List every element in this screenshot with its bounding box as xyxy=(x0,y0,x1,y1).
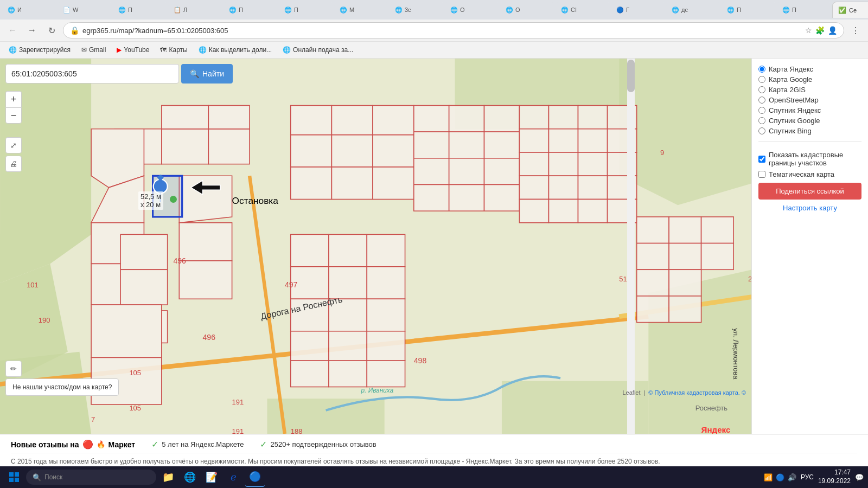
map-type-yandex[interactable]: Карта Яндекс xyxy=(758,65,861,73)
bookmark-gmail[interactable]: ✉ Gmail xyxy=(77,44,110,56)
pencil-button[interactable]: ✏ xyxy=(5,361,22,377)
taskbar-language[interactable]: РУС xyxy=(801,473,814,481)
radio-satellite-yandex[interactable] xyxy=(758,107,765,114)
tab-14[interactable]: 🌐 П xyxy=(722,2,776,18)
reload-button[interactable]: ↻ xyxy=(43,22,60,38)
tab-9[interactable]: 🌐 О xyxy=(445,2,499,18)
radio-osm[interactable] xyxy=(758,97,765,104)
svg-rect-72 xyxy=(367,361,405,387)
svg-rect-28 xyxy=(484,106,520,132)
bookmark-maps[interactable]: 🗺 Карты xyxy=(156,44,192,56)
start-button[interactable] xyxy=(4,467,24,487)
bookmark-star-icon[interactable]: ☆ xyxy=(805,26,812,35)
map-search-button[interactable]: 🔍 Найти xyxy=(181,64,233,84)
volume-icon[interactable]: 🔊 xyxy=(788,473,796,481)
radio-satellite-google[interactable] xyxy=(758,117,765,124)
tab-8[interactable]: 🌐 3с xyxy=(390,2,444,18)
svg-point-120 xyxy=(170,196,177,203)
fullscreen-button[interactable]: ⤢ xyxy=(5,137,22,153)
extensions-icon[interactable]: 🧩 xyxy=(815,26,825,35)
notification-icon[interactable]: 💬 xyxy=(855,473,864,481)
share-button[interactable]: Поделиться ссылкой xyxy=(758,183,861,200)
pencil-tool: ✏ xyxy=(5,361,22,377)
svg-rect-20 xyxy=(291,167,332,199)
tab-15[interactable]: 🌐 П xyxy=(777,2,831,18)
wifi-icon[interactable]: 📶 xyxy=(764,473,773,481)
radio-yandex[interactable] xyxy=(758,66,765,73)
svg-rect-18 xyxy=(331,135,373,167)
taskbar-word[interactable]: 📝 xyxy=(202,467,221,487)
svg-rect-32 xyxy=(414,158,449,185)
bookmark-how-to[interactable]: 🌐 Как выделить доли... xyxy=(194,44,276,56)
taskbar-file-explorer[interactable]: 📁 xyxy=(158,467,178,487)
right-panel: Карта Яндекс Карта Google Карта 2GIS Ope… xyxy=(751,59,868,434)
tab-4[interactable]: 📋 Л xyxy=(168,2,222,18)
reviews-body-text: С 2015 года мы помогаем быстро и удобно … xyxy=(11,458,660,465)
tab-1[interactable]: 🌐 И xyxy=(2,2,56,18)
taskbar-chrome[interactable]: 🔵 xyxy=(245,467,265,487)
pipe-separator: | xyxy=(644,389,646,396)
tab-5[interactable]: 🌐 П xyxy=(224,2,278,18)
map-type-2gis[interactable]: Карта 2GIS xyxy=(758,86,861,94)
cadastre-link[interactable]: © Публичная кадастровая карта. © xyxy=(648,389,746,396)
bluetooth-icon[interactable]: 🔵 xyxy=(776,473,784,481)
map-area[interactable]: 496 496 497 498 101 190 105 105 191 191 … xyxy=(0,59,751,434)
market-name: Маркет xyxy=(108,440,136,449)
scrollbar[interactable] xyxy=(627,59,635,434)
checkbox-thematic[interactable]: Тематическая карта xyxy=(758,170,861,178)
bookmark-online[interactable]: 🌐 Онлайн подача за... xyxy=(278,44,358,56)
taskbar-time-display[interactable]: 17:47 19.09.2022 xyxy=(818,468,851,485)
svg-rect-42 xyxy=(519,129,548,152)
tab-2[interactable]: 📄 W xyxy=(58,2,112,18)
forward-button[interactable]: → xyxy=(24,22,40,38)
tab-13[interactable]: 🌐 дс xyxy=(666,2,720,18)
svg-rect-33 xyxy=(449,158,484,185)
taskbar-search[interactable]: 🔍 Поиск xyxy=(26,470,156,485)
svg-rect-26 xyxy=(414,106,449,132)
taskbar-edge[interactable]: 🌐 xyxy=(180,467,200,487)
menu-button[interactable]: ⋮ xyxy=(847,22,864,38)
map-type-google[interactable]: Карта Google xyxy=(758,75,861,84)
checkbox-cadastre-input[interactable] xyxy=(758,156,765,163)
map-type-satellite-yandex[interactable]: Спутник Яндекс xyxy=(758,106,861,114)
svg-text:191: 191 xyxy=(232,398,244,406)
checkbox-cadastre[interactable]: Показать кадастровые границы участков xyxy=(758,151,861,167)
reviews-body: С 2015 года мы помогаем быстро и удобно … xyxy=(11,453,857,465)
tab-11[interactable]: 🌐 CI xyxy=(556,2,610,18)
radio-satellite-bing[interactable] xyxy=(758,127,765,134)
svg-rect-73 xyxy=(637,217,669,243)
map-type-satellite-google[interactable]: Спутник Google xyxy=(758,117,861,125)
scroll-thumb[interactable] xyxy=(627,60,635,92)
map-type-satellite-bing[interactable]: Спутник Bing xyxy=(758,127,861,135)
taskbar-date: 19.09.2022 xyxy=(818,477,851,486)
map-search-input[interactable] xyxy=(5,64,179,84)
tab-6[interactable]: 🌐 П xyxy=(279,2,333,18)
back-button[interactable]: ← xyxy=(4,22,21,38)
checkbox-thematic-input[interactable] xyxy=(758,171,765,178)
address-bar[interactable]: 🔒 egrp365.ru/map/?kadnum=65:01:0205003:6… xyxy=(63,22,844,38)
zoom-out-button[interactable]: − xyxy=(5,107,22,124)
howto-icon: 🌐 xyxy=(199,46,207,54)
bookmark-youtube[interactable]: ▶ YouTube xyxy=(112,44,154,56)
tab-3[interactable]: 🌐 П xyxy=(113,2,167,18)
dimension-height: х 20 м xyxy=(141,201,161,209)
tab-12[interactable]: 🔵 Г xyxy=(611,2,665,18)
radio-2gis[interactable] xyxy=(758,86,765,93)
taskbar-ie[interactable]: ℯ xyxy=(224,467,243,487)
svg-rect-27 xyxy=(449,106,484,132)
radio-google[interactable] xyxy=(758,76,765,83)
profile-icon[interactable]: 👤 xyxy=(828,26,837,35)
online-icon: 🌐 xyxy=(283,46,291,54)
svg-text:ул. Лермонтова: ул. Лермонтова xyxy=(732,328,740,380)
map-type-osm[interactable]: OpenStreetMap xyxy=(758,96,861,104)
svg-rect-66 xyxy=(367,299,405,331)
bookmark-register[interactable]: 🌐 Зарегистрируйся xyxy=(4,44,75,56)
print-button[interactable]: 🖨 xyxy=(5,156,22,172)
not-found-label[interactable]: Не нашли участок/дом на карте? xyxy=(5,378,119,396)
svg-rect-14 xyxy=(208,129,250,164)
tab-10[interactable]: 🌐 О xyxy=(500,2,554,18)
configure-map-link[interactable]: Настроить карту xyxy=(758,204,861,212)
tab-active[interactable]: ✅ Се × xyxy=(832,2,868,18)
tab-7[interactable]: 🌐 М xyxy=(334,2,388,18)
zoom-in-button[interactable]: + xyxy=(5,91,22,107)
